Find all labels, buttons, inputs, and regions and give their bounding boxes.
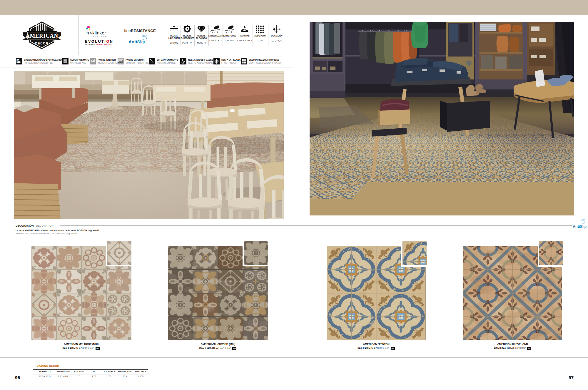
svg-text:>: > xyxy=(90,31,92,35)
svg-text:DECOR: DECOR xyxy=(35,42,49,45)
svg-text:EXTRUDED PORCELAIN TILE: EXTRUDED PORCELAIN TILE xyxy=(85,44,112,46)
svg-text:NEWTECH: NEWTECH xyxy=(93,36,107,37)
svg-text:in: in xyxy=(86,30,89,35)
svg-text:AntiSlip: AntiSlip xyxy=(128,39,145,44)
svg-text:AntiSlip: AntiSlip xyxy=(573,225,587,229)
svg-text:AMERICAN: AMERICAN xyxy=(26,33,58,39)
svg-text:RESISTANCE: RESISTANCE xyxy=(131,29,156,33)
svg-text:P: P xyxy=(17,59,19,63)
svg-text:E: E xyxy=(19,61,21,64)
svg-text:klinker: klinker xyxy=(92,30,106,35)
svg-text:fine: fine xyxy=(124,28,131,33)
svg-text:EVOLUTION: EVOLUTION xyxy=(85,39,113,44)
